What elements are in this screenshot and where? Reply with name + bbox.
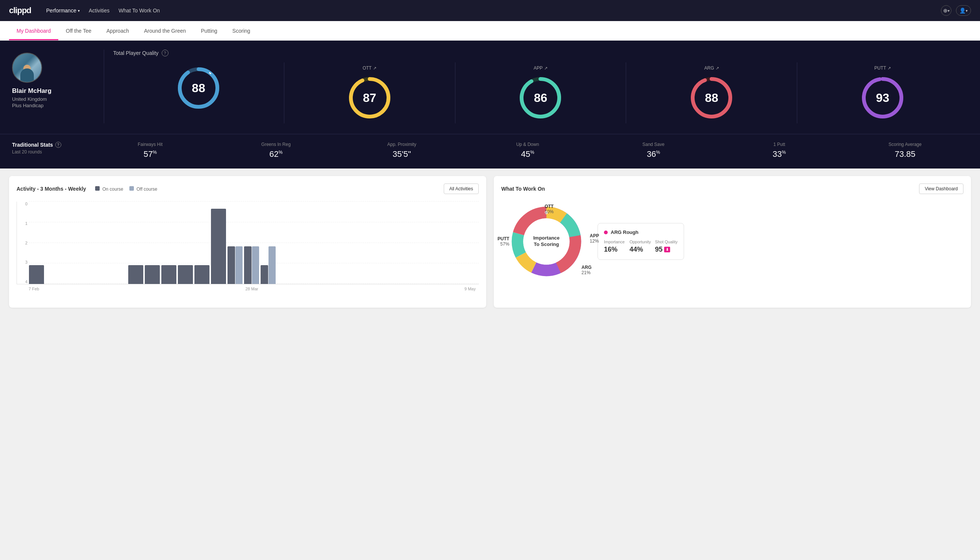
score-arg: ARG ↗ 88 (626, 62, 797, 123)
bar-group (178, 265, 193, 284)
score-overall: 88 (113, 62, 284, 123)
legend-on-course: On course (95, 186, 123, 192)
trad-stats-sublabel: Last 20 rounds (12, 149, 87, 155)
tab-bar: My Dashboard Off the Tee Approach Around… (0, 21, 980, 41)
bar-chart-inner: 4 3 2 1 0 (17, 202, 479, 284)
stat-app-proximity: App. Proximity 35'5" (339, 142, 465, 159)
stat-greens-in-reg: Greens In Reg 62% (213, 142, 339, 159)
tab-scoring[interactable]: Scoring (225, 21, 258, 40)
bar-group (62, 283, 77, 284)
divider (104, 50, 104, 123)
wtwo-info-title: ARG Rough (611, 229, 639, 235)
stats-inner: Traditional Stats ? Last 20 rounds Fairw… (12, 142, 968, 159)
bottom-section: Activity - 3 Months - Weekly On course O… (0, 168, 980, 315)
bar-on-course (261, 265, 268, 284)
stats-label-col: Traditional Stats ? Last 20 rounds (12, 142, 87, 155)
score-ott: OTT ↗ 87 (284, 62, 456, 123)
tab-my-dashboard[interactable]: My Dashboard (9, 21, 58, 40)
bar-on-course (178, 265, 193, 284)
activity-title: Activity - 3 Months - Weekly (17, 186, 86, 192)
wtwo-stat-importance: Importance 16% (604, 240, 627, 253)
tab-around-the-green[interactable]: Around the Green (136, 21, 193, 40)
score-app: APP ↗ 86 (456, 62, 627, 123)
bar-group (244, 246, 259, 284)
activity-card: Activity - 3 Months - Weekly On course O… (9, 176, 486, 308)
score-value-putt: 93 (876, 91, 889, 105)
legend-off-course: Off course (129, 186, 157, 192)
bar-group (29, 265, 44, 284)
view-dashboard-button[interactable]: View Dashboard (919, 183, 963, 194)
bar-on-course (161, 265, 176, 284)
player-profile: Blair McHarg United Kingdom Plus Handica… (12, 50, 95, 123)
trad-stats-label: Traditional Stats ? (12, 142, 87, 148)
donut-label-ott: OTT 10% (544, 204, 554, 214)
hero-section: Blair McHarg United Kingdom Plus Handica… (0, 41, 980, 134)
bar-group (128, 265, 143, 284)
bar-on-course (29, 265, 44, 284)
tab-approach[interactable]: Approach (99, 21, 136, 40)
score-value-app: 86 (534, 91, 547, 105)
trad-help-icon[interactable]: ? (55, 142, 61, 148)
tab-off-the-tee[interactable]: Off the Tee (58, 21, 99, 40)
donut-center-label: ImportanceTo Scoring (533, 235, 559, 248)
nav-performance[interactable]: Performance ▾ (46, 8, 80, 13)
profile-handicap: Plus Handicap (12, 103, 43, 108)
score-label-ott: OTT ↗ (363, 65, 376, 71)
score-label-putt: PUTT ↗ (874, 65, 891, 71)
score-ring-arg: 88 (689, 75, 734, 120)
score-ring-app: 86 (518, 75, 563, 120)
stat-sand-save: Sand Save 36% (591, 142, 716, 159)
stat-one-putt: 1 Putt 33% (716, 142, 842, 159)
nav-right: ⊕ ▾ 👤 ▾ (941, 5, 971, 16)
profile-country: United Kingdom (12, 96, 47, 102)
donut-label-putt: PUTT 57% (497, 236, 509, 247)
bar-on-course (195, 265, 210, 284)
wtwo-opportunity-value: 44% (629, 246, 652, 253)
donut-section: PUTT 57% OTT 10% APP 12% ARG 21% (501, 200, 963, 283)
score-ring-ott: 87 (347, 75, 392, 120)
top-nav: clippd Performance ▾ Activities What To … (0, 0, 980, 21)
score-putt: PUTT ↗ 93 (797, 62, 968, 123)
score-value-arg: 88 (705, 91, 718, 105)
bar-group (195, 265, 210, 284)
activity-card-header: Activity - 3 Months - Weekly On course O… (17, 183, 479, 194)
bar-group (161, 265, 176, 284)
logo[interactable]: clippd (9, 6, 31, 15)
wtwo-info-header: ARG Rough (604, 229, 678, 235)
bar-on-course (244, 246, 251, 284)
scores-row: 88 OTT ↗ 87 APP (113, 62, 968, 123)
logo-text: clippd (9, 6, 31, 15)
bar-on-course (211, 209, 226, 284)
profile-name: Blair McHarg (12, 87, 52, 95)
score-ring-putt: 93 (860, 75, 905, 120)
bar-group (112, 283, 127, 284)
score-label-app: APP ↗ (534, 65, 547, 71)
bar-group (78, 283, 94, 284)
bar-group (211, 209, 226, 284)
bar-on-course (228, 246, 235, 284)
bar-off-course (268, 246, 276, 284)
wtwo-stat-opportunity: Opportunity 44% (629, 240, 652, 253)
wtwo-stat-shot-quality: Shot Quality 95 ⬇ (655, 240, 678, 253)
y-axis: 4 3 2 1 0 (17, 202, 27, 284)
scores-header: Total Player Quality ? (113, 50, 968, 57)
nav-activities[interactable]: Activities (89, 8, 110, 13)
all-activities-button[interactable]: All Activities (444, 183, 479, 194)
nav-what-to-work-on[interactable]: What To Work On (118, 8, 160, 13)
avatar (12, 53, 42, 83)
bar-group (45, 283, 60, 284)
bar-chart: 4 3 2 1 0 7 Feb 28 Ma (17, 200, 479, 300)
bar-group (228, 246, 243, 284)
wtwo-title: What To Work On (501, 186, 545, 192)
help-icon[interactable]: ? (162, 50, 168, 57)
flag-icon: ⬇ (664, 247, 670, 252)
bars-container (29, 202, 476, 284)
user-menu[interactable]: 👤 ▾ (956, 5, 971, 16)
add-button[interactable]: ⊕ ▾ (941, 5, 952, 16)
stats-grid: Fairways Hit 57% Greens In Reg 62% App. … (87, 142, 968, 159)
what-to-work-on-card: What To Work On View Dashboard PUTT 57% … (494, 176, 971, 308)
tab-putting[interactable]: Putting (193, 21, 225, 40)
bar-on-course (145, 265, 160, 284)
bar-group (261, 246, 276, 284)
wtwo-importance-value: 16% (604, 246, 627, 253)
